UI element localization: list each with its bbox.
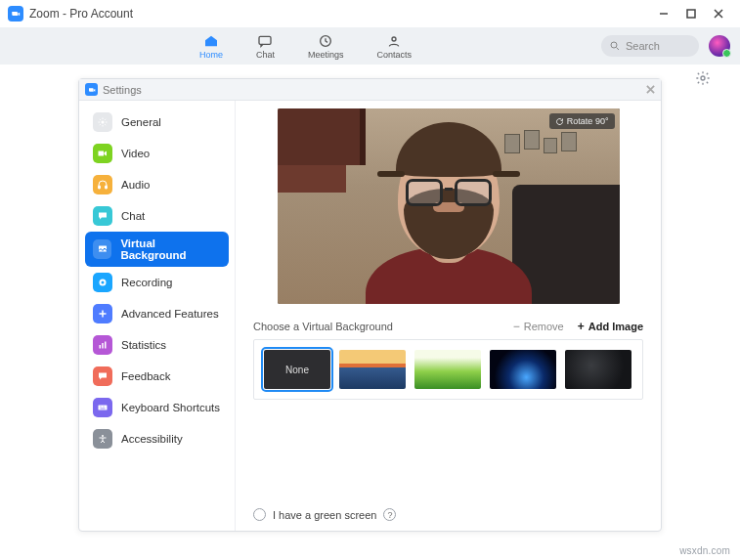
record-icon (93, 273, 112, 292)
chat-bubble-icon (93, 206, 112, 226)
video-preview: Rotate 90° (278, 108, 620, 304)
sidebar-item-audio[interactable]: Audio (85, 169, 229, 200)
settings-sidebar: General Video Audio Chat Virtual Backgro… (79, 101, 236, 531)
svg-rect-0 (687, 10, 695, 18)
bg-thumb-grass[interactable] (414, 350, 481, 389)
sidebar-item-accessibility[interactable]: Accessibility (85, 423, 229, 454)
top-nav: Home Chat Meetings Contacts Search (0, 27, 740, 65)
nav-home-label: Home (199, 50, 223, 60)
sidebar-label-video: Video (121, 148, 150, 159)
remove-bg-button[interactable]: − Remove (513, 320, 564, 333)
sidebar-label-recording: Recording (121, 277, 172, 288)
bg-none-label: None (285, 365, 309, 375)
nav-meetings-label: Meetings (308, 50, 344, 60)
settings-titlebar: Settings (79, 79, 661, 101)
background-options-box: None (253, 339, 643, 400)
contacts-icon (386, 33, 402, 49)
home-icon (203, 33, 219, 49)
nav-chat[interactable]: Chat (256, 33, 275, 60)
svg-point-3 (392, 37, 396, 41)
sidebar-item-virtual-background[interactable]: Virtual Background (85, 232, 229, 267)
sidebar-label-chat: Chat (121, 210, 145, 222)
search-placeholder: Search (626, 40, 660, 52)
sidebar-label-keyboard: Keyboard Shortcuts (121, 402, 220, 413)
nav-chat-label: Chat (256, 50, 275, 60)
search-input[interactable]: Search (601, 35, 699, 57)
clock-icon (318, 33, 333, 49)
plus-icon-small: + (578, 320, 585, 333)
svg-rect-1 (259, 36, 271, 44)
rotate-label: Rotate 90° (567, 116, 609, 126)
help-icon[interactable]: ? (383, 508, 396, 521)
stats-icon (93, 335, 112, 355)
nav-meetings[interactable]: Meetings (308, 33, 344, 60)
green-screen-label: I have a green screen (273, 509, 376, 521)
settings-title: Settings (103, 84, 142, 96)
sidebar-item-advanced[interactable]: Advanced Features (85, 298, 229, 329)
settings-window: Settings General Video Audio (78, 78, 662, 532)
bg-thumb-space[interactable] (490, 350, 556, 389)
svg-rect-12 (100, 345, 102, 349)
choose-bg-label: Choose a Virtual Background (253, 321, 500, 332)
sidebar-item-chat[interactable]: Chat (85, 200, 229, 232)
nav-home[interactable]: Home (199, 33, 223, 60)
gear-icon (93, 112, 112, 132)
search-icon (609, 40, 621, 52)
bg-thumb-bridge[interactable] (339, 350, 406, 389)
minus-icon: − (513, 320, 520, 333)
sidebar-item-keyboard[interactable]: Keyboard Shortcuts (85, 392, 229, 423)
sidebar-label-general: General (121, 116, 161, 128)
sidebar-item-feedback[interactable]: Feedback (85, 361, 229, 392)
sidebar-item-general[interactable]: General (85, 107, 229, 138)
svg-point-6 (102, 121, 105, 124)
keyboard-icon (93, 398, 112, 417)
sidebar-item-recording[interactable]: Recording (85, 267, 229, 298)
remove-label: Remove (524, 321, 564, 332)
svg-point-16 (102, 435, 104, 437)
chat-icon (257, 33, 273, 49)
settings-gear-icon[interactable] (695, 70, 711, 86)
svg-rect-13 (102, 343, 104, 349)
zoom-app-icon (8, 6, 23, 22)
sidebar-item-video[interactable]: Video (85, 138, 229, 169)
svg-point-4 (611, 42, 617, 48)
feedback-icon (93, 366, 112, 386)
svg-point-5 (701, 76, 705, 80)
svg-rect-15 (99, 406, 108, 410)
svg-rect-14 (105, 342, 107, 349)
window-title: Zoom - Pro Account (29, 7, 133, 21)
window-titlebar: Zoom - Pro Account (0, 0, 740, 27)
svg-rect-8 (106, 186, 108, 189)
person-preview (356, 118, 542, 304)
watermark: wsxdn.com (679, 545, 730, 556)
video-icon (93, 144, 112, 163)
svg-rect-7 (99, 186, 101, 189)
window-minimize-button[interactable] (650, 0, 677, 27)
sidebar-label-advanced: Advanced Features (121, 308, 219, 320)
headphones-icon (93, 175, 112, 194)
window-close-button[interactable] (705, 0, 732, 27)
sidebar-label-statistics: Statistics (121, 339, 166, 351)
bg-thumb-dark[interactable] (565, 350, 631, 389)
virtual-bg-icon (93, 239, 111, 259)
window-maximize-button[interactable] (677, 0, 705, 27)
sidebar-label-audio: Audio (121, 179, 150, 191)
sidebar-item-statistics[interactable]: Statistics (85, 329, 229, 361)
add-image-label: Add Image (588, 321, 643, 332)
profile-avatar[interactable] (709, 35, 730, 57)
svg-point-11 (102, 281, 105, 284)
plus-icon (93, 304, 112, 323)
rotate-icon (555, 117, 564, 126)
nav-contacts-label: Contacts (377, 50, 413, 60)
sidebar-label-virtualbg: Virtual Background (120, 237, 221, 261)
rotate-90-button[interactable]: Rotate 90° (549, 113, 615, 129)
bg-thumb-none[interactable]: None (264, 350, 330, 389)
accessibility-icon (93, 429, 112, 449)
settings-main-panel: Rotate 90° Choose a Virtual Background −… (236, 101, 661, 531)
green-screen-checkbox[interactable] (253, 508, 266, 521)
sidebar-label-feedback: Feedback (121, 370, 171, 382)
nav-contacts[interactable]: Contacts (377, 33, 413, 60)
zoom-mini-icon (85, 83, 98, 96)
settings-close-button[interactable] (646, 84, 655, 96)
add-image-button[interactable]: + Add Image (578, 320, 643, 333)
